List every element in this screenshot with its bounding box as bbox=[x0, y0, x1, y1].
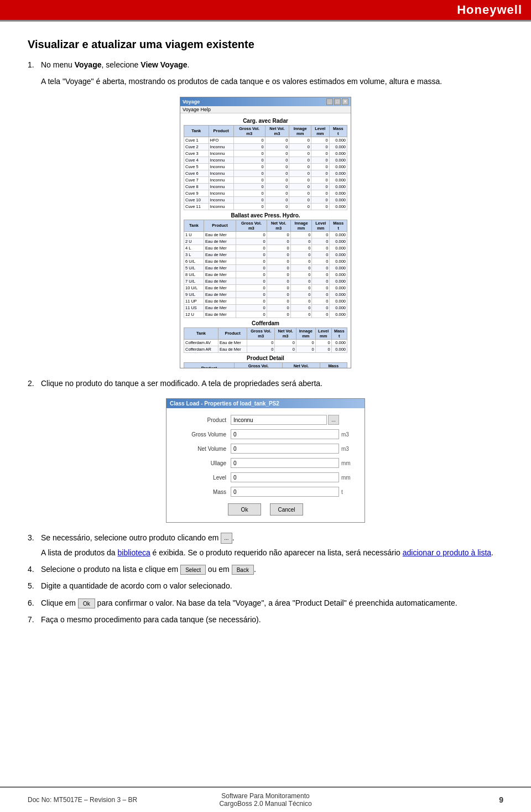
step-1-content: No menu Voyage, selecione View Voyage. bbox=[41, 59, 503, 71]
table-row: Cuve 8 bbox=[184, 183, 209, 190]
props-input-ullage[interactable] bbox=[231, 458, 339, 468]
step-3: 3. Se necessário, selecione outro produt… bbox=[28, 532, 503, 559]
t3-h1: Tank bbox=[184, 327, 218, 339]
table-row: 0 bbox=[233, 143, 265, 150]
biblioteca-link[interactable]: biblioteca bbox=[118, 548, 150, 557]
step-2-num: 2. bbox=[28, 377, 41, 389]
table-row: 0.000 bbox=[330, 231, 347, 238]
props-input-mass[interactable] bbox=[231, 487, 339, 497]
table-row: 0 bbox=[233, 183, 265, 190]
table-row: Inconnu bbox=[209, 157, 233, 163]
step-1-cont-num bbox=[28, 75, 41, 87]
props-input-gross[interactable] bbox=[231, 429, 339, 439]
table-row: 0 bbox=[236, 278, 267, 284]
table-row: Inconnu bbox=[209, 176, 233, 183]
table-row: 0.000 bbox=[329, 170, 347, 176]
adicionar-link[interactable]: adicionar o produto à lista bbox=[403, 548, 491, 557]
table-row: 0.000 bbox=[330, 278, 347, 284]
footer-page-num: 9 bbox=[499, 795, 503, 804]
table-row: Inconnu bbox=[209, 196, 233, 203]
props-row-ullage: Ullage mm bbox=[175, 458, 356, 468]
table-row: 0 bbox=[267, 264, 290, 271]
back-btn[interactable]: Back bbox=[232, 565, 254, 575]
table-row: Eau de Mer bbox=[204, 304, 236, 311]
t4-h3: Net Vol.m3 bbox=[283, 362, 320, 368]
props-input-level[interactable] bbox=[231, 472, 339, 482]
step-7: 7. Faça o mesmo procedimento para cada t… bbox=[28, 613, 503, 626]
table-row: Eau de Mer bbox=[218, 339, 247, 346]
t1-h1: Tank bbox=[184, 125, 209, 137]
step-1-bold1: Voyage bbox=[75, 60, 102, 69]
step-6: 6. Clique em Ok para confirmar o valor. … bbox=[28, 597, 503, 609]
props-screenshot-container: Class Load - Properties of load_tank_PS2… bbox=[28, 398, 503, 523]
table-row: Cuve 4 bbox=[184, 157, 209, 163]
table-row: 0 bbox=[290, 311, 312, 317]
table-row: 0 bbox=[290, 251, 312, 258]
table-row: 2 U bbox=[184, 238, 204, 244]
table-row: 0 bbox=[267, 298, 290, 304]
table-row: 0 bbox=[311, 143, 329, 150]
t3-h7: Masst bbox=[331, 327, 347, 339]
props-label-mass: Mass bbox=[175, 489, 231, 495]
table-row: 0 bbox=[311, 150, 329, 157]
table-row: 0 bbox=[290, 271, 312, 278]
table-row: 0 bbox=[247, 346, 275, 352]
table-row: 0 bbox=[312, 251, 330, 258]
table-row: 0 bbox=[312, 284, 330, 291]
table-row: 0 bbox=[236, 251, 267, 258]
props-ok-btn[interactable]: Ok bbox=[228, 503, 261, 516]
table-row: 0 bbox=[233, 196, 265, 203]
step-7-num: 7. bbox=[28, 613, 41, 626]
props-browse-btn[interactable]: ... bbox=[328, 415, 339, 425]
table-row: 0 bbox=[267, 304, 290, 311]
table-row: 0 bbox=[265, 137, 289, 143]
table-row: 0 bbox=[267, 278, 290, 284]
table-row: 0.000 bbox=[331, 346, 347, 352]
table-row: 0 bbox=[267, 284, 290, 291]
t1-h6: Levelmm bbox=[311, 125, 329, 137]
table-row: 0 bbox=[312, 278, 330, 284]
props-input-product[interactable] bbox=[231, 415, 327, 425]
ok-inline-btn[interactable]: Ok bbox=[78, 598, 95, 608]
close-btn[interactable]: ✕ bbox=[342, 98, 348, 105]
table-row: Eau de Mer bbox=[204, 244, 236, 251]
step-1-num: 1. bbox=[28, 59, 41, 71]
props-label-product: Product bbox=[175, 417, 231, 423]
step-4: 4. Selecione o produto na lista e clique… bbox=[28, 563, 503, 575]
step-5-content: Digite a quantidade de acordo com o valo… bbox=[41, 580, 503, 592]
voyage-screenshot-container: Voyage _ □ ✕ Voyage Help Carg. avec Rada… bbox=[28, 97, 503, 368]
table-row: 0 bbox=[236, 231, 267, 238]
table-row: 0 bbox=[267, 271, 290, 278]
table-row: 0.000 bbox=[329, 163, 347, 170]
table-row: 0 bbox=[233, 157, 265, 163]
ellipsis-btn[interactable]: ... bbox=[221, 533, 232, 544]
step-5: 5. Digite a quantidade de acordo com o v… bbox=[28, 580, 503, 592]
props-input-net[interactable] bbox=[231, 444, 339, 454]
table-row: 0.000 bbox=[329, 183, 347, 190]
table-row: 0 bbox=[289, 163, 311, 170]
voyage-menubar: Voyage Help bbox=[180, 106, 351, 113]
table-row: 0.000 bbox=[330, 264, 347, 271]
maximize-btn[interactable]: □ bbox=[334, 98, 341, 105]
minimize-btn[interactable]: _ bbox=[326, 98, 333, 105]
table-row: 0 bbox=[236, 271, 267, 278]
table-row: 0 bbox=[289, 183, 311, 190]
table-row: Cuve 11 bbox=[184, 203, 209, 210]
table-row: 9 U/L bbox=[184, 291, 204, 298]
step-4-content: Selecione o produto na lista e clique em… bbox=[41, 563, 503, 575]
table-row: Cuve 2 bbox=[184, 143, 209, 150]
props-buttons: Ok Cancel bbox=[175, 503, 356, 516]
table-row: 0.000 bbox=[330, 284, 347, 291]
table-row: 7 U/L bbox=[184, 278, 204, 284]
table-row: 0 bbox=[267, 244, 290, 251]
t2-h4: Net Vol.m3 bbox=[267, 220, 290, 231]
t2-h2: Product bbox=[204, 220, 236, 231]
table-row: Cuve 1 bbox=[184, 137, 209, 143]
table-row: 0 bbox=[315, 346, 331, 352]
table-row: 0 bbox=[265, 196, 289, 203]
props-cancel-btn[interactable]: Cancel bbox=[270, 503, 303, 516]
footer-center: Software Para Monitoramento CargoBoss 2.… bbox=[186, 792, 345, 808]
select-btn[interactable]: Select bbox=[180, 565, 206, 575]
table-row: Eau de Mer bbox=[204, 291, 236, 298]
t3-h2: Product bbox=[218, 327, 247, 339]
